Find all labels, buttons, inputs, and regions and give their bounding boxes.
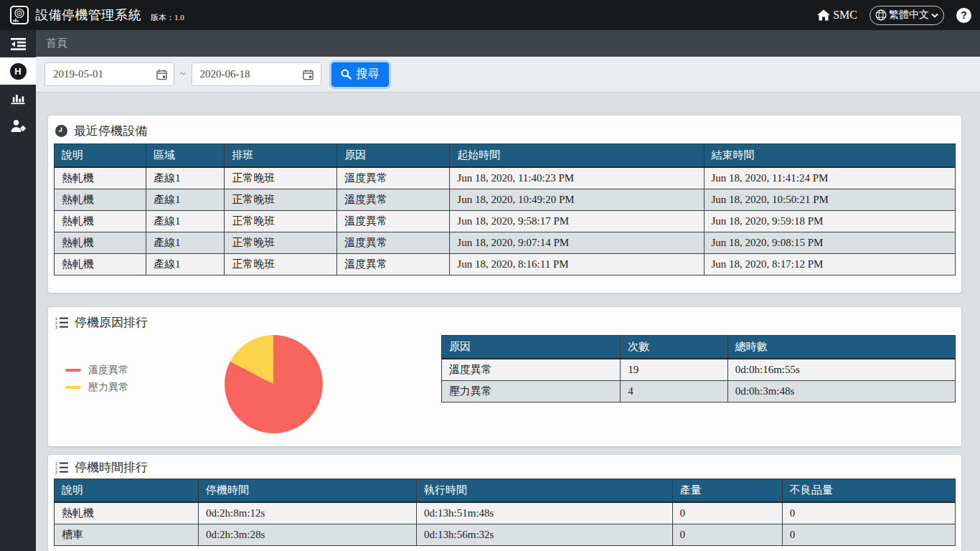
date-from-calendar-button[interactable] bbox=[149, 63, 174, 85]
table-cell: 溫度異常 bbox=[442, 359, 621, 381]
list-ol-icon: 123 bbox=[55, 316, 68, 329]
table-cell: Jun 18, 2020, 10:49:20 PM bbox=[450, 189, 704, 211]
date-to-group bbox=[192, 62, 321, 86]
help-button[interactable]: ? bbox=[956, 8, 971, 23]
home-h-icon: H bbox=[10, 63, 27, 80]
downtime-reasons-table: 原因次數總時數溫度異常190d:0h:16m:55s壓力異常40d:0h:3m:… bbox=[441, 335, 956, 402]
column-header: 結束時間 bbox=[704, 144, 955, 168]
reasons-table-wrap: 原因次數總時數溫度異常190d:0h:16m:55s壓力異常40d:0h:3m:… bbox=[441, 335, 956, 402]
downtime-duration-panel: 123 停機時間排行 說明停機時間執行時間產量不良品量熱軋機0d:2h:8m:1… bbox=[47, 454, 962, 551]
legend-marker bbox=[65, 369, 81, 372]
table-header-row: 說明停機時間執行時間產量不良品量 bbox=[55, 479, 956, 503]
table-cell: 0 bbox=[672, 524, 782, 546]
table-cell: 正常晚班 bbox=[225, 189, 337, 211]
date-to-input[interactable] bbox=[192, 68, 296, 80]
svg-text:3: 3 bbox=[55, 470, 57, 474]
legend-item[interactable]: 溫度異常 bbox=[65, 364, 128, 376]
table-cell: Jun 18, 2020, 9:08:15 PM bbox=[704, 232, 955, 254]
table-cell: Jun 18, 2020, 9:58:17 PM bbox=[450, 211, 704, 232]
search-icon bbox=[341, 69, 352, 80]
date-range-separator: ~ bbox=[180, 69, 186, 80]
bar-chart-icon bbox=[10, 93, 26, 105]
user-gear-icon bbox=[10, 119, 27, 133]
table-cell: Jun 18, 2020, 11:40:23 PM bbox=[450, 167, 704, 189]
table-row: 熱軋機產線1正常晚班溫度異常Jun 18, 2020, 9:58:17 PMJu… bbox=[55, 211, 956, 232]
sidebar-toggle[interactable] bbox=[0, 30, 36, 57]
table-cell: 熱軋機 bbox=[55, 502, 199, 524]
table-cell: 產線1 bbox=[146, 189, 225, 211]
sidebar: H bbox=[0, 30, 36, 551]
column-header: 起始時間 bbox=[450, 144, 704, 168]
table-row: 熱軋機0d:2h:8m:12s0d:13h:51m:48s00 bbox=[55, 502, 956, 524]
date-to-calendar-button[interactable] bbox=[296, 63, 321, 85]
panel-title-text: 停機原因排行 bbox=[75, 314, 148, 331]
recent-downtime-panel: 最近停機設備 說明區域排班原因起始時間結束時間熱軋機產線1正常晚班溫度異常Jun… bbox=[47, 115, 962, 293]
home-link[interactable]: SMC bbox=[817, 9, 857, 22]
brand: 設備停機管理系統 版本：1.0 bbox=[10, 6, 184, 24]
home-icon bbox=[817, 9, 830, 21]
sidebar-item-charts[interactable] bbox=[0, 85, 36, 112]
table-cell: 0d:2h:8m:12s bbox=[198, 502, 416, 524]
app-logo-icon[interactable] bbox=[10, 6, 29, 24]
table-cell: 0d:2h:3m:28s bbox=[198, 524, 416, 546]
recent-downtime-title: 最近停機設備 bbox=[54, 121, 956, 143]
breadcrumb-item-home[interactable]: 首頁 bbox=[46, 37, 67, 50]
search-button[interactable]: 搜尋 bbox=[331, 62, 389, 87]
legend-label: 壓力異常 bbox=[88, 382, 128, 393]
language-label: 繁體中文 bbox=[889, 9, 929, 22]
table-row: 熱軋機產線1正常晚班溫度異常Jun 18, 2020, 10:49:20 PMJ… bbox=[55, 189, 956, 211]
downtime-reasons-panel: 123 停機原因排行 溫度異常壓力異常 原因次數總時數溫度異常190d:0h:1… bbox=[47, 306, 962, 447]
app-version: 版本：1.0 bbox=[151, 7, 184, 23]
table-cell: 熱軋機 bbox=[55, 254, 146, 276]
table-cell: Jun 18, 2020, 8:16:11 PM bbox=[450, 254, 704, 276]
legend-item[interactable]: 壓力異常 bbox=[65, 382, 128, 393]
table-cell: 槽車 bbox=[55, 524, 199, 546]
table-cell: 0d:0h:16m:55s bbox=[727, 359, 955, 381]
sidebar-item-users[interactable] bbox=[0, 112, 36, 139]
language-selector[interactable]: 繁體中文 bbox=[870, 6, 944, 25]
column-header: 原因 bbox=[337, 144, 450, 168]
table-cell: 熱軋機 bbox=[55, 232, 146, 254]
table-row: 壓力異常40d:0h:3m:48s bbox=[442, 381, 956, 402]
sidebar-item-home[interactable]: H bbox=[0, 57, 36, 85]
table-cell: 正常晚班 bbox=[225, 232, 337, 254]
table-cell: 溫度異常 bbox=[337, 254, 450, 276]
table-row: 溫度異常190d:0h:16m:55s bbox=[442, 359, 956, 381]
pie-chart-zone: 溫度異常壓力異常 bbox=[54, 335, 441, 441]
table-cell: 熱軋機 bbox=[55, 211, 146, 232]
list-ol-icon: 123 bbox=[55, 461, 68, 474]
table-cell: Jun 18, 2020, 9:59:18 PM bbox=[704, 211, 955, 232]
legend-label: 溫度異常 bbox=[88, 364, 128, 376]
legend-marker bbox=[65, 386, 81, 389]
table-row: 槽車0d:2h:3m:28s0d:13h:56m:32s00 bbox=[55, 524, 956, 546]
column-header: 不良品量 bbox=[782, 479, 955, 503]
topbar: 設備停機管理系統 版本：1.0 SMC 繁體中文 ? bbox=[0, 0, 980, 30]
table-cell: 0 bbox=[782, 502, 955, 524]
recent-downtime-table: 說明區域排班原因起始時間結束時間熱軋機產線1正常晚班溫度異常Jun 18, 20… bbox=[54, 143, 956, 276]
main-area: 首頁 ~ 搜尋 最近停機設備 說明區域排班原因起始時間結束時間熱軋機產線1正 bbox=[36, 30, 980, 551]
table-cell: 產線1 bbox=[146, 167, 225, 189]
table-cell: 產線1 bbox=[146, 211, 225, 232]
downtime-reasons-title: 123 停機原因排行 bbox=[54, 313, 956, 335]
table-row: 熱軋機產線1正常晚班溫度異常Jun 18, 2020, 11:40:23 PMJ… bbox=[55, 167, 956, 189]
globe-icon bbox=[875, 9, 887, 21]
home-link-label: SMC bbox=[833, 9, 857, 22]
table-cell: 正常晚班 bbox=[225, 167, 337, 189]
column-header: 排班 bbox=[225, 144, 337, 168]
column-header: 次數 bbox=[621, 336, 728, 359]
date-from-input[interactable] bbox=[45, 68, 149, 80]
downtime-reasons-pie-chart[interactable] bbox=[225, 335, 323, 433]
column-header: 原因 bbox=[442, 336, 621, 359]
column-header: 執行時間 bbox=[416, 479, 672, 503]
chart-legend: 溫度異常壓力異常 bbox=[65, 364, 128, 393]
chevron-down-icon bbox=[931, 13, 938, 18]
search-toolbar: ~ 搜尋 bbox=[36, 57, 980, 93]
table-cell: 溫度異常 bbox=[337, 167, 450, 189]
table-cell: 熱軋機 bbox=[55, 167, 146, 189]
table-cell: 壓力異常 bbox=[442, 381, 621, 402]
column-header: 說明 bbox=[55, 479, 199, 503]
column-header: 說明 bbox=[55, 144, 146, 168]
table-cell: Jun 18, 2020, 8:17:12 PM bbox=[704, 254, 955, 276]
table-cell: 正常晚班 bbox=[225, 211, 337, 232]
table-header-row: 原因次數總時數 bbox=[442, 336, 956, 359]
